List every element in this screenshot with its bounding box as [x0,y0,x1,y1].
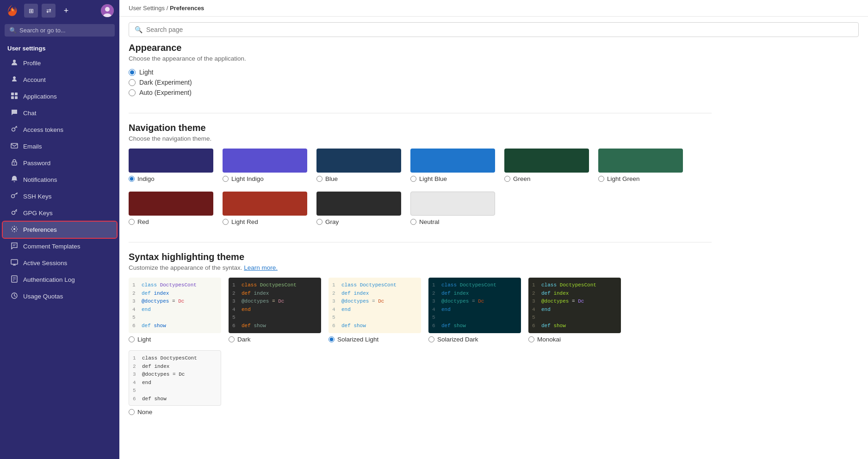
nav-theme-section: Navigation theme Choose the navigation t… [129,123,712,225]
gray-swatch [316,192,401,216]
theme-indigo[interactable]: Indigo [129,149,213,182]
breadcrumb-current: Preferences [170,5,204,12]
user-avatar[interactable] [101,4,114,17]
sidebar-item-label: SSH Keys [23,193,52,200]
appearance-title: Appearance [129,43,712,53]
green-swatch [504,149,589,173]
applications-icon [10,92,19,101]
search-page-bar[interactable]: 🔍 [129,22,859,37]
sidebar-item-label: Active Sessions [23,260,67,267]
syntax-solarized-light-radio[interactable] [329,336,335,342]
create-new-btn[interactable]: + [59,4,73,18]
sidebar-item-applications[interactable]: Applications [3,88,117,105]
light-red-swatch [223,192,307,216]
appearance-light[interactable]: Light [129,68,712,76]
syntax-none[interactable]: 1class DoctypesCont 2 def index 3 @docty… [129,350,221,416]
light-red-radio[interactable] [223,219,229,225]
sidebar-item-notifications[interactable]: Notifications [3,172,117,188]
gray-radio[interactable] [316,219,322,225]
sidebar-item-emails[interactable]: Emails [3,138,117,155]
syntax-dark[interactable]: 1class DoctypesCont 2 def index 3 @docty… [229,278,321,343]
theme-blue[interactable]: Blue [316,149,401,182]
theme-light-red[interactable]: Light Red [223,192,307,225]
sidebar-item-usage-quotas[interactable]: Usage Quotas [3,288,117,304]
breadcrumb: User Settings / Preferences [119,0,868,17]
sidebar-item-access-tokens[interactable]: Access tokens [3,122,117,138]
syntax-title: Syntax highlighting theme [129,252,712,262]
syntax-grid: 1class DoctypesCont 2 def index 3 @docty… [129,278,712,416]
svg-point-13 [14,163,15,164]
appearance-auto[interactable]: Auto (Experiment) [129,89,712,96]
blue-radio[interactable] [316,176,322,182]
light-indigo-radio[interactable] [223,176,229,182]
syntax-solarized-light[interactable]: 1class DoctypesCont 2 def index 3 @docty… [329,278,421,343]
appearance-dark[interactable]: Dark (Experiment) [129,79,712,86]
light-green-radio[interactable] [598,176,604,182]
sidebar-item-password[interactable]: Password [3,155,117,171]
green-radio[interactable] [504,176,510,182]
syntax-dark-radio[interactable] [229,336,235,342]
theme-green[interactable]: Green [504,149,589,182]
theme-gray[interactable]: Gray [316,192,401,225]
app-logo[interactable] [6,4,19,17]
sidebar-toggle-btn[interactable]: ⊞ [24,4,38,18]
theme-light-blue[interactable]: Light Blue [410,149,495,182]
search-page-input[interactable] [146,26,853,33]
svg-point-1 [105,7,110,12]
sidebar: ⊞ ⇄ + 🔍 Search or go to... User settings… [0,0,119,459]
syntax-solarized-dark-radio[interactable] [428,336,434,342]
theme-neutral[interactable]: Neutral [410,192,495,225]
gpg-keys-icon [10,209,19,217]
merge-request-btn[interactable]: ⇄ [42,4,56,18]
syntax-light[interactable]: 1class DoctypesCont 2 def index 3 @docty… [129,278,221,343]
sidebar-item-ssh-keys[interactable]: SSH Keys [3,188,117,205]
theme-light-indigo[interactable]: Light Indigo [223,149,307,182]
sidebar-item-chat[interactable]: Chat [3,105,117,121]
access-tokens-icon [10,125,19,134]
sidebar-item-label: Profile [23,60,41,67]
sidebar-item-active-sessions[interactable]: Active Sessions [3,255,117,271]
sidebar-section-title: User settings [0,41,119,55]
sidebar-item-authentication-log[interactable]: Authentication Log [3,272,117,288]
global-search[interactable]: 🔍 Search or go to... [5,24,115,37]
syntax-none-preview: 1class DoctypesCont 2 def index 3 @docty… [129,350,221,406]
sidebar-item-profile[interactable]: Profile [3,55,117,71]
light-blue-radio[interactable] [410,176,416,182]
search-icon: 🔍 [9,27,17,34]
appearance-light-label: Light [139,68,153,76]
sidebar-item-label: Applications [23,93,57,100]
sidebar-item-label: Preferences [23,226,57,233]
theme-red[interactable]: Red [129,192,213,225]
syntax-dark-preview: 1class DoctypesCont 2 def index 3 @docty… [229,278,321,333]
appearance-light-radio[interactable] [129,69,136,76]
profile-icon [10,59,19,68]
learn-more-link[interactable]: Learn more. [244,264,278,271]
syntax-desc: Customize the appearance of the syntax. … [129,264,712,271]
svg-rect-8 [11,96,14,99]
svg-rect-9 [15,96,18,99]
chat-icon [10,109,19,118]
appearance-auto-radio[interactable] [129,89,136,96]
sidebar-item-comment-templates[interactable]: Comment Templates [3,238,117,254]
syntax-solarized-light-preview: 1class DoctypesCont 2 def index 3 @docty… [329,278,421,333]
sidebar-item-preferences[interactable]: Preferences [3,222,117,238]
syntax-solarized-dark[interactable]: 1class DoctypesCont 2 def index 3 @docty… [428,278,521,343]
syntax-monokai[interactable]: 1class DoctypesCont 2 def index 3 @docty… [528,278,621,343]
sidebar-item-gpg-keys[interactable]: GPG Keys [3,205,117,221]
neutral-swatch [410,192,495,216]
syntax-none-radio[interactable] [129,409,135,415]
notifications-icon [10,175,19,184]
account-icon [10,75,19,84]
syntax-monokai-radio[interactable] [528,336,534,342]
syntax-light-radio[interactable] [129,336,135,342]
indigo-radio[interactable] [129,176,135,182]
light-green-swatch [598,149,683,173]
sidebar-item-account[interactable]: Account [3,72,117,88]
authentication-log-icon [10,275,19,284]
neutral-radio[interactable] [410,219,416,225]
red-radio[interactable] [129,219,135,225]
light-indigo-swatch [223,149,307,173]
appearance-dark-radio[interactable] [129,79,136,86]
theme-light-green[interactable]: Light Green [598,149,683,182]
breadcrumb-parent[interactable]: User Settings [129,5,165,12]
